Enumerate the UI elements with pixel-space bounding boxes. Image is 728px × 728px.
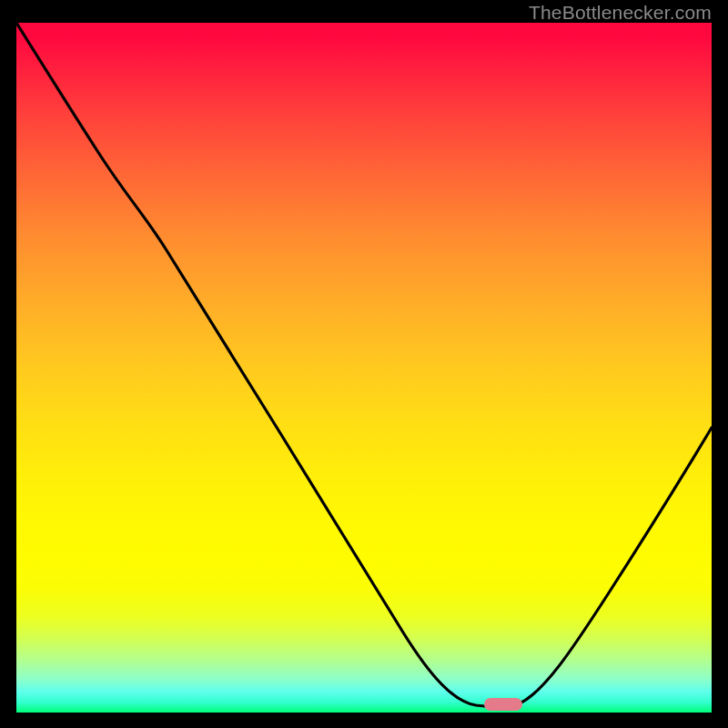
watermark-text: TheBottlenecker.com — [529, 2, 712, 24]
plot-area — [16, 23, 712, 713]
optimum-marker — [484, 698, 522, 711]
bottleneck-curve — [16, 23, 712, 713]
chart-stage: TheBottlenecker.com — [0, 0, 728, 728]
curve-path — [16, 23, 712, 706]
